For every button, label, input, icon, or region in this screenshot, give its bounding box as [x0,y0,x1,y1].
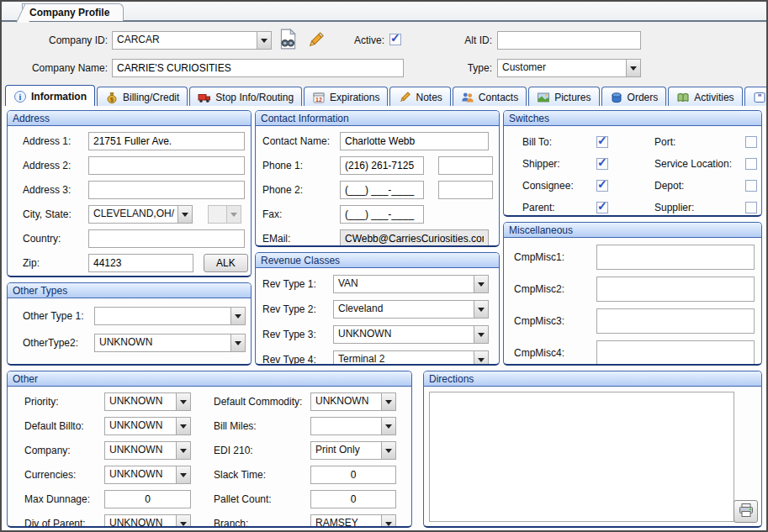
max-dunnage-input[interactable] [104,490,191,508]
parent-label: Parent: [522,202,596,213]
default-billto-combo[interactable]: UNKNOWN [104,417,191,435]
tab-billing-credit[interactable]: $ Billing/Credit [97,87,188,107]
tab-label: Stop Info/Routing [215,92,294,103]
company-name-input[interactable] [112,59,404,77]
company-id-value: CARCAR [113,32,257,49]
dropdown-arrow-icon[interactable] [176,418,190,435]
country-input[interactable] [88,229,245,248]
currencies-combo[interactable]: UNKNOWN [104,466,191,484]
company-profile-tab[interactable]: Company Profile [22,3,124,21]
alk-button[interactable]: ALK [204,254,248,272]
tab-expirations[interactable]: 12 Expirations [304,87,388,107]
rev-type1-combo[interactable]: VAN [333,275,489,293]
directions-textarea[interactable] [429,392,734,522]
dropdown-arrow-icon[interactable] [626,60,640,76]
edit-pencil-icon[interactable] [305,30,326,53]
branch-combo[interactable]: RAMSEY [310,514,396,528]
rev-type2-combo[interactable]: Cleveland [333,300,489,319]
print-button[interactable] [734,500,758,523]
slack-time-input[interactable] [310,466,396,484]
dropdown-arrow-icon[interactable] [176,466,190,483]
dropdown-arrow-icon[interactable] [177,206,192,223]
active-checkbox[interactable] [389,34,401,45]
port-checkbox[interactable] [745,136,757,148]
phone2-ext-input[interactable] [438,181,493,199]
type-combo[interactable]: Customer [497,59,641,77]
tab-stop-info-routing[interactable]: Stop Info/Routing [189,87,302,107]
city-state-combo[interactable]: CLEVELAND,OH/ [88,205,193,224]
alt-id-input[interactable] [497,31,641,50]
rev-type3-value: UNKNOWN [334,326,474,343]
div-of-parent-label: Div of Parent: [24,518,104,528]
miscellaneous-panel: Miscellaneous CmpMisc1: CmpMisc2: CmpMis… [503,222,762,366]
rev-type3-combo[interactable]: UNKNOWN [333,325,489,344]
email-input[interactable] [340,229,489,247]
depot-checkbox[interactable] [745,180,757,192]
priority-label: Priority: [24,396,104,408]
fax-input[interactable] [340,205,424,224]
dropdown-arrow-icon[interactable] [474,276,488,292]
pallet-count-input[interactable] [310,490,396,508]
bill-miles-combo[interactable] [310,417,396,435]
tab-activities[interactable]: Activities [668,87,742,107]
address1-input[interactable] [88,132,245,150]
dropdown-arrow-icon[interactable] [474,351,488,366]
div-of-parent-combo[interactable]: UNKNOWN [104,514,191,528]
port-label: Port: [654,136,745,148]
phone1-input[interactable] [340,156,424,175]
tab-label: Orders [628,92,659,103]
company-id-combo[interactable]: CARCAR [112,31,272,50]
dropdown-arrow-icon[interactable] [381,393,395,410]
other-panel: Other Priority: UNKNOWN Default Commodit… [7,371,412,528]
cmpmisc2-input[interactable] [596,277,755,302]
dropdown-arrow-icon[interactable] [381,418,395,435]
dropdown-arrow-icon[interactable] [176,393,190,410]
tab-notes[interactable]: Notes [389,87,450,107]
tab-contacts[interactable]: Contacts [453,87,527,107]
dropdown-arrow-icon[interactable] [474,301,488,318]
address3-input[interactable] [88,181,245,199]
edi210-combo[interactable]: Print Only [310,441,396,460]
dropdown-arrow-icon[interactable] [381,442,395,459]
address2-input[interactable] [88,156,245,175]
revenue-panel-title: Revenue Classes [256,253,499,268]
priority-combo[interactable]: UNKNOWN [104,392,191,411]
revenue-classes-panel: Revenue Classes Rev Type 1: VAN Rev Type… [255,252,500,366]
shipper-checkbox[interactable] [596,158,608,170]
phone1-ext-input[interactable] [438,156,493,175]
bill-to-checkbox[interactable] [596,136,608,148]
drum-icon [610,91,623,104]
phone2-input[interactable] [340,181,424,199]
cmpmisc3-input[interactable] [596,308,755,334]
company-combo[interactable]: UNKNOWN [104,441,191,460]
supplier-checkbox[interactable] [745,202,757,213]
service-location-checkbox[interactable] [745,158,757,170]
other-type2-combo[interactable]: UNKNOWN [94,334,246,352]
dropdown-arrow-icon[interactable] [230,334,245,351]
dropdown-arrow-icon[interactable] [176,515,190,528]
contact-name-input[interactable] [340,132,489,150]
dropdown-arrow-icon[interactable] [230,308,245,324]
tab-orders[interactable]: Orders [601,87,667,107]
cmpmisc1-input[interactable] [596,245,755,270]
zip-input[interactable] [88,254,193,272]
default-commodity-combo[interactable]: UNKNOWN [310,392,396,411]
consignee-checkbox[interactable] [596,180,608,192]
lookup-document-binoculars-icon[interactable] [278,29,298,53]
svg-text:i: i [19,92,22,102]
other-type1-combo[interactable] [94,307,246,325]
rev-type4-combo[interactable]: Terminal 2 [333,350,489,366]
max-dunnage-label: Max Dunnage: [24,493,104,505]
tab-information[interactable]: i Information [5,85,95,107]
dropdown-arrow-icon[interactable] [381,515,395,528]
dropdown-arrow-icon[interactable] [474,326,488,343]
cmpmisc3-label: CmpMisc3: [514,315,596,327]
cmpmisc4-input[interactable] [596,340,755,366]
info-icon: i [13,90,27,103]
dropdown-arrow-icon[interactable] [176,442,190,459]
parent-checkbox[interactable] [596,202,608,213]
tab-pictures[interactable]: Pictures [528,87,599,107]
dropdown-arrow-icon[interactable] [257,32,271,49]
tab-label: Expirations [330,92,379,103]
tab-quotes[interactable]: " Quotes [744,87,768,107]
